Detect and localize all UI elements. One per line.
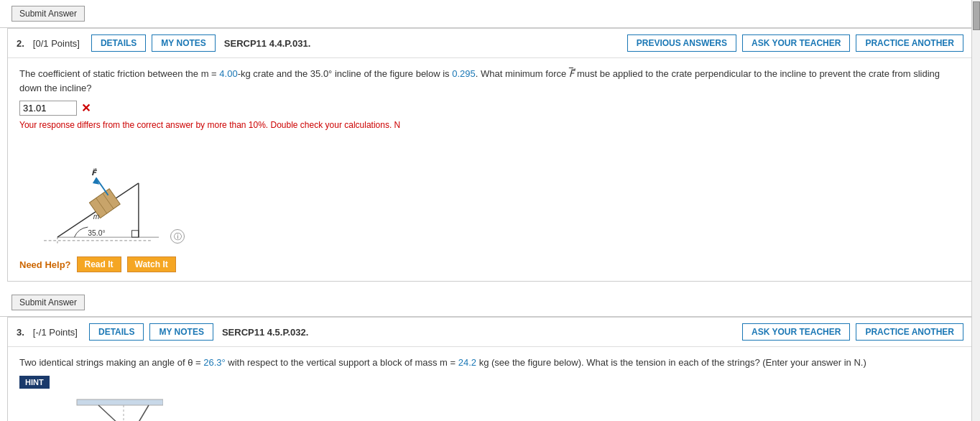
svg-text:m: m: [93, 213, 100, 221]
svg-line-15: [98, 405, 131, 422]
middle-submit-button[interactable]: Submit Answer: [11, 295, 85, 310]
incline-diagram: 35.0° m: [19, 136, 163, 251]
question-3-points: [-/1 Points]: [33, 327, 78, 338]
q2-text-3: . What minimum force: [476, 68, 569, 79]
practice-another-button-q3[interactable]: PRACTICE ANOTHER: [856, 323, 963, 341]
hint-area: HINT: [19, 376, 961, 389]
figure-area-q2: 35.0° m: [19, 136, 961, 251]
error-message-q2: Your response differs from the correct a…: [19, 120, 961, 130]
q3-m-value: 24.2: [458, 357, 476, 368]
svg-text:35.0°: 35.0°: [88, 229, 105, 237]
q2-mu-value: 0.295: [452, 68, 476, 79]
q3-text-3: kg (see the figure below). What is the t…: [476, 357, 866, 368]
figure-area-q3: [19, 396, 961, 422]
need-help-row-q2: Need Help? Read It Watch It: [19, 256, 961, 272]
info-icon-q2[interactable]: ⓘ: [170, 229, 185, 244]
problem-code-q3: SERCP11 4.5.P.032.: [222, 327, 308, 338]
q2-m-value: 4.00: [219, 68, 237, 79]
scrollbar-thumb[interactable]: [973, 1, 980, 30]
q2-text-2: -kg crate and the 35.0° incline of the f…: [238, 68, 453, 79]
question-2-text: The coefficient of static friction betwe…: [19, 67, 961, 95]
question-2-section: 2. [0/1 Points] DETAILS MY NOTES SERCP11…: [7, 28, 973, 282]
wrong-icon: ✕: [81, 101, 91, 115]
q2-text-1: The coefficient of static friction betwe…: [19, 68, 219, 79]
my-notes-button-q3[interactable]: MY NOTES: [149, 323, 213, 341]
practice-another-button-q2[interactable]: PRACTICE ANOTHER: [856, 34, 963, 52]
svg-line-9: [96, 177, 108, 195]
question-2-header: 2. [0/1 Points] DETAILS MY NOTES SERCP11…: [8, 29, 972, 58]
top-submit-button[interactable]: Submit Answer: [11, 6, 85, 22]
hint-button[interactable]: HINT: [19, 376, 50, 389]
question-3-number: 3.: [17, 327, 24, 338]
middle-submit-area: Submit Answer: [0, 289, 980, 317]
q3-text-1: Two identical strings making an angle of…: [19, 357, 203, 368]
svg-rect-3: [131, 231, 138, 237]
watch-it-button[interactable]: Watch It: [127, 256, 176, 272]
question-3-section: 3. [-/1 Points] DETAILS MY NOTES SERCP11…: [7, 317, 973, 421]
details-button-q2[interactable]: DETAILS: [91, 34, 146, 52]
answer-input-q2[interactable]: [19, 101, 77, 116]
ask-teacher-button-q2[interactable]: ASK YOUR TEACHER: [742, 34, 850, 52]
top-submit-area: Submit Answer: [0, 0, 980, 28]
question-2-number: 2.: [17, 38, 24, 49]
svg-text:F⃗: F⃗: [91, 168, 98, 177]
answer-input-row: ✕: [19, 101, 961, 116]
question-3-text: Two identical strings making an angle of…: [19, 356, 961, 370]
need-help-label-q2: Need Help?: [19, 259, 71, 270]
svg-line-16: [131, 405, 149, 422]
question-3-body: Two identical strings making an angle of…: [8, 347, 972, 421]
strings-diagram: [19, 396, 163, 422]
question-3-header: 3. [-/1 Points] DETAILS MY NOTES SERCP11…: [8, 318, 972, 347]
previous-answers-button[interactable]: PREVIOUS ANSWERS: [627, 34, 736, 52]
question-2-body: The coefficient of static friction betwe…: [8, 58, 972, 281]
scrollbar[interactable]: [971, 0, 980, 421]
details-button-q3[interactable]: DETAILS: [89, 323, 144, 341]
ask-teacher-button-q3[interactable]: ASK YOUR TEACHER: [742, 323, 850, 341]
q3-text-2: with respect to the vertical support a b…: [226, 357, 458, 368]
read-it-button[interactable]: Read It: [77, 256, 121, 272]
problem-code-q2: SERCP11 4.4.P.031.: [224, 38, 310, 49]
q3-theta-value: 26.3°: [203, 357, 226, 368]
question-2-points: [0/1 Points]: [33, 38, 80, 49]
svg-rect-14: [77, 399, 163, 405]
my-notes-button-q2[interactable]: MY NOTES: [152, 34, 215, 52]
